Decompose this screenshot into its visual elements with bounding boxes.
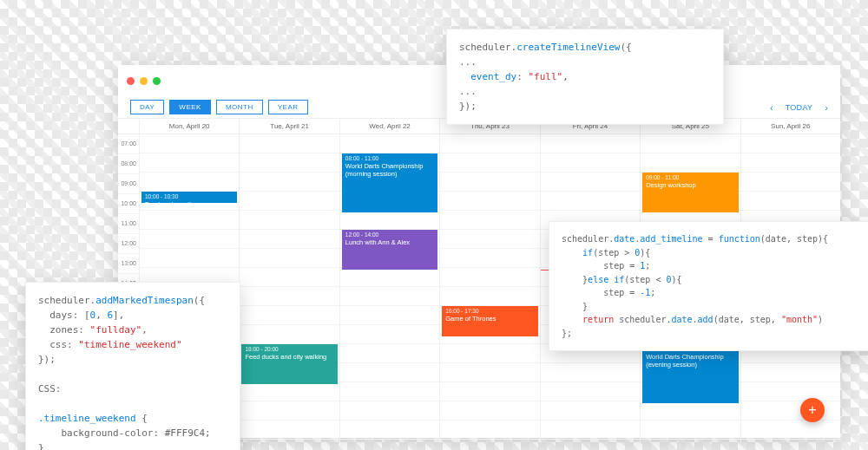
code-token: ({: [194, 295, 205, 306]
code-snippet-add-timeline: scheduler.date.add_timeline = function(d…: [549, 221, 868, 351]
event-title: Design workshop: [646, 181, 734, 189]
code-token: ): [818, 315, 823, 324]
event[interactable]: 10:00 - 10:30Front-end meeting: [141, 192, 237, 203]
code-token: (date, step){: [760, 234, 828, 244]
plus-icon: +: [808, 402, 816, 418]
code-token: days: [: [38, 310, 90, 321]
code-token: ...: [459, 56, 477, 68]
day-column[interactable]: 08:00 - 11:00World Darts Championship (m…: [339, 134, 439, 443]
day-header: Tue, April 21: [239, 119, 339, 134]
day-header: Sun, April 26: [740, 119, 840, 134]
event[interactable]: 18:00 - 20:00Feed ducks and city walking: [241, 344, 337, 384]
code-token: (step <: [624, 275, 666, 284]
code-token: createTimelineView: [516, 42, 620, 53]
event-time: 09:00 - 11:00: [646, 174, 734, 181]
code-token: return: [582, 315, 614, 324]
event-title: Front-end meeting: [145, 200, 233, 203]
event[interactable]: 18:00 - 21:00World Darts Championship (e…: [642, 344, 738, 403]
time-label: 11:00: [118, 214, 139, 234]
code-token: add_timeline: [640, 234, 702, 244]
code-token: #FFF9C4: [165, 427, 205, 439]
code-token: (date, step,: [713, 315, 781, 324]
code-token: });: [459, 101, 477, 112]
event-title: World Darts Championship (evening sessio…: [646, 353, 734, 368]
day-header: Mon, April 20: [139, 119, 239, 134]
code-token: add: [698, 315, 713, 324]
event-time: 18:00 - 20:00: [245, 346, 333, 353]
event-title: Game of Thrones: [445, 315, 534, 323]
code-token: :: [516, 71, 528, 82]
event-title: World Darts Championship (morning sessio…: [345, 162, 434, 178]
time-label: 09:00: [118, 174, 139, 194]
code-token: (step >: [593, 248, 635, 258]
code-token: .timeline_weekend: [38, 413, 136, 424]
event-time: 12:00 - 14:00: [345, 232, 434, 238]
code-token: ){: [640, 248, 650, 258]
code-token: "timeline_weekend": [78, 339, 181, 350]
event-title: Feed ducks and city walking: [245, 353, 333, 361]
event-time: 08:00 - 11:00: [345, 155, 434, 162]
code-token: step =: [562, 261, 640, 271]
code-token: date: [614, 234, 635, 244]
code-token: }: [38, 442, 44, 450]
close-icon[interactable]: [127, 77, 135, 85]
event-time: 16:00 - 17:30: [445, 308, 534, 315]
day-column[interactable]: 16:00 - 17:30Game of Thrones: [439, 134, 539, 443]
code-token: scheduler.: [38, 295, 95, 306]
minimize-icon[interactable]: [140, 77, 148, 85]
code-token: });: [38, 354, 56, 365]
event[interactable]: 09:00 - 11:00Design workshop: [642, 173, 738, 212]
view-button-year[interactable]: YEAR: [268, 100, 308, 114]
code-token: [562, 248, 582, 258]
event-time: 10:00 - 10:30: [145, 193, 233, 200]
event[interactable]: 16:00 - 17:30Game of Thrones: [442, 306, 537, 336]
today-button[interactable]: TODAY: [786, 103, 813, 112]
code-token: }: [562, 302, 588, 311]
code-token: -1: [640, 288, 650, 297]
code-token: CSS:: [38, 383, 62, 395]
code-token: date: [671, 315, 692, 324]
code-token: =: [703, 234, 719, 244]
code-token: "month": [781, 315, 818, 324]
code-token: scheduler.: [562, 234, 614, 244]
code-token: scheduler.: [614, 315, 671, 324]
code-token: event_dy: [470, 71, 516, 82]
code-token: function: [719, 234, 760, 244]
code-token: "fullday": [90, 324, 142, 336]
add-event-button[interactable]: +: [800, 398, 825, 422]
code-token: ,: [95, 310, 107, 321]
code-token: scheduler.: [459, 42, 516, 53]
code-token: ;: [650, 288, 655, 297]
code-token: css:: [38, 339, 78, 350]
time-label: 10:00: [118, 194, 139, 214]
code-token: ],: [113, 310, 124, 321]
code-snippet-addMarkedTimespan: scheduler.addMarkedTimespan({ days: [0, …: [25, 282, 240, 450]
code-token: "full": [528, 71, 562, 82]
view-button-day[interactable]: DAY: [130, 100, 164, 114]
next-icon[interactable]: ›: [825, 102, 828, 113]
time-label: 07:00: [118, 134, 139, 154]
code-token: ({: [620, 42, 631, 53]
view-button-week[interactable]: WEEK: [169, 100, 211, 114]
code-token: ;: [205, 427, 211, 439]
code-token: ;: [645, 261, 650, 271]
code-token: [459, 71, 470, 82]
day-column[interactable]: 18:00 - 20:00Feed ducks and city walking: [239, 134, 339, 443]
view-button-month[interactable]: MONTH: [216, 100, 263, 114]
time-label: 13:00: [118, 254, 139, 274]
code-token: {: [136, 413, 148, 424]
code-token: };: [562, 329, 572, 338]
code-token: ...: [459, 86, 477, 97]
code-token: ){: [671, 275, 681, 284]
date-nav: ‹ TODAY ›: [770, 102, 828, 113]
code-token: ,: [141, 324, 148, 336]
code-token: step =: [562, 288, 640, 297]
event[interactable]: 08:00 - 11:00World Darts Championship (m…: [342, 153, 437, 212]
code-token: [562, 315, 582, 324]
code-token: if: [582, 248, 593, 258]
code-token: zones:: [38, 324, 90, 336]
time-label: 12:00: [118, 234, 139, 254]
event[interactable]: 12:00 - 14:00Lunch with Ann & Alex: [342, 230, 437, 270]
prev-icon[interactable]: ‹: [770, 102, 773, 113]
maximize-icon[interactable]: [153, 77, 161, 85]
